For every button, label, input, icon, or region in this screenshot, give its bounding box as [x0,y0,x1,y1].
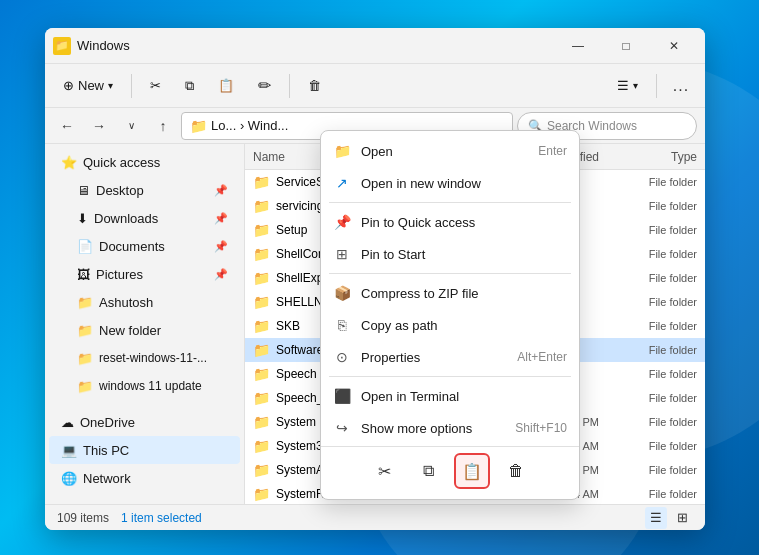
quick-access-icon: ⭐ [61,155,77,170]
context-pin-quick-access[interactable]: 📌 Pin to Quick access [321,206,579,238]
context-compress-zip[interactable]: 📦 Compress to ZIP file [321,277,579,309]
mini-copy-button[interactable]: ⧉ [410,453,446,489]
context-separator-3 [329,376,571,377]
up-button[interactable]: ↑ [149,112,177,140]
forward-button[interactable]: → [85,112,113,140]
folder-icon: 📁 [253,342,270,358]
folder-icon: 📁 [253,222,270,238]
file-type: File folder [607,272,697,284]
sidebar-item-windows11[interactable]: 📁 windows 11 update [49,372,240,400]
sidebar-item-thispc[interactable]: 💻 This PC [49,436,240,464]
selected-count: 1 item selected [121,511,202,525]
rename-button[interactable]: ✏ [248,70,281,102]
folder-icon: 📁 [253,246,270,262]
new-icon: ⊕ [63,78,74,93]
folder-icon: 📁 [253,174,270,190]
file-type: File folder [607,320,697,332]
context-open-new-window[interactable]: ↗ Open in new window [321,167,579,199]
toolbar: ⊕ New ▾ ✂ ⧉ 📋 ✏ 🗑 ☰ ▾ ... [45,64,705,108]
mini-cut-button[interactable]: ✂ [366,453,402,489]
folder-icon: 📁 [253,390,270,406]
show-more-icon: ↪ [333,420,351,436]
documents-icon: 📄 [77,239,93,254]
sidebar-item-documents[interactable]: 📄 Documents 📌 [49,232,240,260]
file-type: File folder [607,416,697,428]
sidebar-item-pictures[interactable]: 🖼 Pictures 📌 [49,260,240,288]
close-button[interactable]: ✕ [651,30,697,62]
downloads-icon: ⬇ [77,211,88,226]
open-shortcut: Enter [538,144,567,158]
view-icon: ☰ [617,78,629,93]
downloads-label: Downloads [94,211,158,226]
ashutosh-icon: 📁 [77,295,93,310]
delete-button[interactable]: 🗑 [298,70,331,102]
file-type: File folder [607,368,697,380]
mini-paste-button[interactable]: 📋 [454,453,490,489]
tile-view-button[interactable]: ⊞ [671,507,693,529]
context-open[interactable]: 📁 Open Enter [321,135,579,167]
maximize-button[interactable]: □ [603,30,649,62]
file-type: File folder [607,248,697,260]
sidebar-item-desktop[interactable]: 🖥 Desktop 📌 [49,176,240,204]
open-new-window-label: Open in new window [361,176,567,191]
context-mini-toolbar: ✂ ⧉ 📋 🗑 [321,446,579,495]
sidebar-item-downloads[interactable]: ⬇ Downloads 📌 [49,204,240,232]
list-view-button[interactable]: ☰ [645,507,667,529]
context-copy-path[interactable]: ⎘ Copy as path [321,309,579,341]
copy-button[interactable]: ⧉ [175,70,204,102]
context-open-terminal[interactable]: ⬛ Open in Terminal [321,380,579,412]
new-dropdown-icon: ▾ [108,80,113,91]
file-type: File folder [607,344,697,356]
paste-button[interactable]: 📋 [208,70,244,102]
toolbar-separator-3 [656,74,657,98]
sidebar-item-network[interactable]: 🌐 Network [49,464,240,492]
sidebar-item-new-folder[interactable]: 📁 New folder [49,316,240,344]
minimize-button[interactable]: — [555,30,601,62]
pin-icon-pictures: 📌 [214,268,228,281]
context-properties[interactable]: ⊙ Properties Alt+Enter [321,341,579,373]
history-button[interactable]: ∨ [117,112,145,140]
properties-shortcut: Alt+Enter [517,350,567,364]
paste-icon: 📋 [218,78,234,93]
network-label: Network [83,471,131,486]
sidebar: ⭐ Quick access 🖥 Desktop 📌 ⬇ Downloads 📌… [45,144,245,504]
onedrive-icon: ☁ [61,415,74,430]
delete-icon: 🗑 [308,78,321,93]
compress-zip-icon: 📦 [333,285,351,301]
folder-icon: 📁 [253,270,270,286]
mini-paste-icon: 📋 [462,462,482,481]
ashutosh-label: Ashutosh [99,295,153,310]
windows11-icon: 📁 [77,379,93,394]
windows11-label: windows 11 update [99,379,202,393]
cut-button[interactable]: ✂ [140,70,171,102]
mini-delete-button[interactable]: 🗑 [498,453,534,489]
file-type: File folder [607,464,697,476]
context-separator-2 [329,273,571,274]
file-type: File folder [607,200,697,212]
pin-quick-access-label: Pin to Quick access [361,215,567,230]
view-controls: ☰ ⊞ [645,507,693,529]
onedrive-label: OneDrive [80,415,135,430]
properties-label: Properties [361,350,507,365]
sidebar-item-quick-access[interactable]: ⭐ Quick access [49,148,240,176]
back-button[interactable]: ← [53,112,81,140]
view-dropdown[interactable]: ☰ ▾ [607,70,648,102]
folder-icon: 📁 [253,294,270,310]
pin-icon-documents: 📌 [214,240,228,253]
context-show-more[interactable]: ↪ Show more options Shift+F10 [321,412,579,444]
cut-icon: ✂ [150,78,161,93]
file-type: File folder [607,488,697,500]
breadcrumb-path: Lo... › Wind... [211,118,288,133]
copy-path-icon: ⎘ [333,317,351,333]
sidebar-item-onedrive[interactable]: ☁ OneDrive [49,408,240,436]
new-button[interactable]: ⊕ New ▾ [53,70,123,102]
sidebar-item-ashutosh[interactable]: 📁 Ashutosh [49,288,240,316]
sidebar-item-reset[interactable]: 📁 reset-windows-11-... [49,344,240,372]
context-pin-start[interactable]: ⊞ Pin to Start [321,238,579,270]
thispc-label: This PC [83,443,129,458]
reset-label: reset-windows-11-... [99,351,207,365]
more-options-button[interactable]: ... [665,70,697,102]
properties-icon: ⊙ [333,349,351,365]
pin-icon-desktop: 📌 [214,184,228,197]
folder-icon: 📁 [253,318,270,334]
